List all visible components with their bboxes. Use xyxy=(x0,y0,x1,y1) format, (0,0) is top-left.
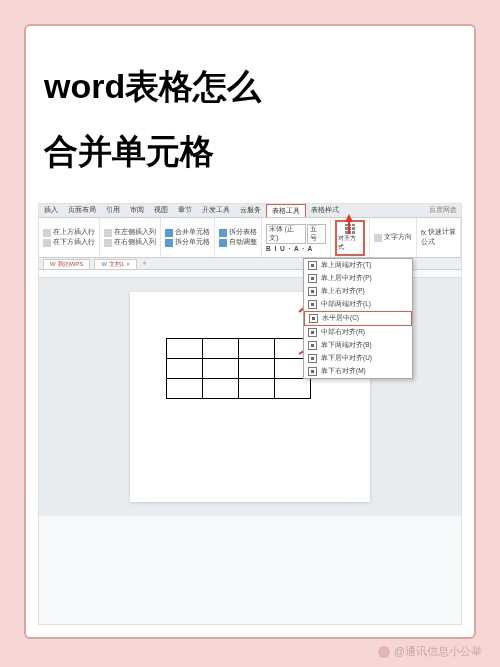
title: word表格怎么 合并单元格 xyxy=(38,54,462,183)
close-icon[interactable]: × xyxy=(126,261,130,267)
align-opt-5[interactable]: 中部右对齐(R) xyxy=(304,326,412,339)
ribbon-body: 在上方插入行 在下方插入行 在左侧插入列 在右侧插入列 合并单元格 拆分单元格 … xyxy=(39,218,461,258)
group-split: 拆分表格 自动调整 xyxy=(215,218,262,257)
tab-page-layout[interactable]: 页面布局 xyxy=(63,204,101,217)
title-line-2: 合并单元格 xyxy=(44,119,456,184)
align-icon xyxy=(309,314,318,323)
group-insert-rows: 在上方插入行 在下方插入行 xyxy=(39,218,100,257)
align-opt-4-highlighted[interactable]: 水平居中(C) xyxy=(304,311,412,326)
tab-view[interactable]: 视图 xyxy=(149,204,173,217)
align-icon xyxy=(308,300,317,309)
font-size-select[interactable]: 五号 xyxy=(307,224,327,244)
btn-merge-cells[interactable]: 合并单元格 xyxy=(165,228,210,237)
doc-tab-doc1[interactable]: W文档1× xyxy=(94,259,137,269)
align-button[interactable]: 对齐方式 xyxy=(335,220,365,256)
align-opt-2[interactable]: 靠上右对齐(P) xyxy=(304,285,412,298)
tab-cloud[interactable]: 云服务 xyxy=(235,204,266,217)
align-opt-0[interactable]: 靠上两端对齐(T) xyxy=(304,259,412,272)
add-tab-button[interactable]: ＋ xyxy=(141,259,148,268)
tab-chapter[interactable]: 章节 xyxy=(173,204,197,217)
align-icon xyxy=(308,341,317,350)
btn-insert-row-above[interactable]: 在上方插入行 xyxy=(43,228,95,237)
align-opt-1[interactable]: 靠上居中对齐(P) xyxy=(304,272,412,285)
btn-insert-col-right[interactable]: 在右侧插入列 xyxy=(104,238,156,247)
tab-insert[interactable]: 插入 xyxy=(39,204,63,217)
tab-review[interactable]: 审阅 xyxy=(125,204,149,217)
group-formula: fx快速计算 公式 xyxy=(417,218,461,257)
ribbon-search[interactable]: 百度网盘 xyxy=(429,206,461,215)
font-name-select[interactable]: 宋体 (正文) xyxy=(266,224,306,244)
doc-tab-wps[interactable]: W我的WPS xyxy=(43,259,90,269)
tab-references[interactable]: 引用 xyxy=(101,204,125,217)
align-opt-8[interactable]: 靠下右对齐(M) xyxy=(304,365,412,378)
btn-split-cells[interactable]: 拆分单元格 xyxy=(165,238,210,247)
align-opt-7[interactable]: 靠下居中对齐(U) xyxy=(304,352,412,365)
document-table[interactable] xyxy=(166,338,311,399)
tab-dev[interactable]: 开发工具 xyxy=(197,204,235,217)
align-icon xyxy=(308,367,317,376)
credit: @通讯信息小公举 xyxy=(378,644,482,659)
font-format-row[interactable]: B I U · A · A xyxy=(266,245,326,252)
group-font: 宋体 (正文) 五号 B I U · A · A xyxy=(262,218,331,257)
btn-quick-calc[interactable]: fx快速计算 xyxy=(421,228,456,237)
align-grid-icon xyxy=(345,224,355,234)
group-insert-cols: 在左侧插入列 在右侧插入列 xyxy=(100,218,161,257)
btn-insert-row-below[interactable]: 在下方插入行 xyxy=(43,238,95,247)
wps-screenshot: 插入 页面布局 引用 审阅 视图 章节 开发工具 云服务 表格工具 表格样式 百… xyxy=(38,203,462,625)
btn-text-direction[interactable]: 文字方向 xyxy=(374,233,412,242)
btn-split-table[interactable]: 拆分表格 xyxy=(219,228,257,237)
card: word表格怎么 合并单元格 插入 页面布局 引用 审阅 视图 章节 开发工具 … xyxy=(24,24,476,639)
credit-text: @通讯信息小公举 xyxy=(394,644,482,659)
align-icon xyxy=(308,274,317,283)
btn-formula[interactable]: 公式 xyxy=(421,238,456,247)
align-icon xyxy=(308,287,317,296)
btn-autofit[interactable]: 自动调整 xyxy=(219,238,257,247)
ribbon-tabs: 插入 页面布局 引用 审阅 视图 章节 开发工具 云服务 表格工具 表格样式 百… xyxy=(39,204,461,218)
avatar-icon xyxy=(378,646,390,658)
align-icon xyxy=(308,328,317,337)
group-align: 对齐方式 xyxy=(331,218,370,257)
group-merge: 合并单元格 拆分单元格 xyxy=(161,218,215,257)
title-line-1: word表格怎么 xyxy=(44,54,456,119)
tab-table-tools[interactable]: 表格工具 xyxy=(266,204,306,217)
align-icon xyxy=(308,354,317,363)
align-opt-6[interactable]: 靠下两端对齐(B) xyxy=(304,339,412,352)
tab-table-style[interactable]: 表格样式 xyxy=(306,204,344,217)
group-textdir: 文字方向 xyxy=(370,218,417,257)
align-opt-3[interactable]: 中部两端对齐(L) xyxy=(304,298,412,311)
btn-insert-col-left[interactable]: 在左侧插入列 xyxy=(104,228,156,237)
align-icon xyxy=(308,261,317,270)
align-dropdown: 靠上两端对齐(T) 靠上居中对齐(P) 靠上右对齐(P) 中部两端对齐(L) 水… xyxy=(303,258,413,379)
